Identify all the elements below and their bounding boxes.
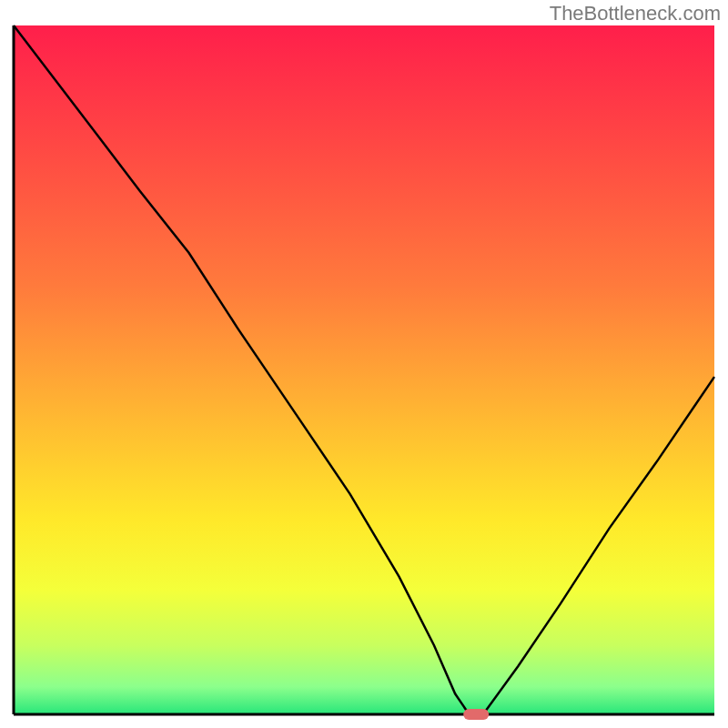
chart-container: TheBottleneck.com [0, 0, 728, 728]
bottleneck-chart [0, 0, 728, 728]
watermark-text: TheBottleneck.com [550, 2, 721, 25]
optimal-marker [463, 709, 489, 720]
plot-background [14, 25, 714, 714]
